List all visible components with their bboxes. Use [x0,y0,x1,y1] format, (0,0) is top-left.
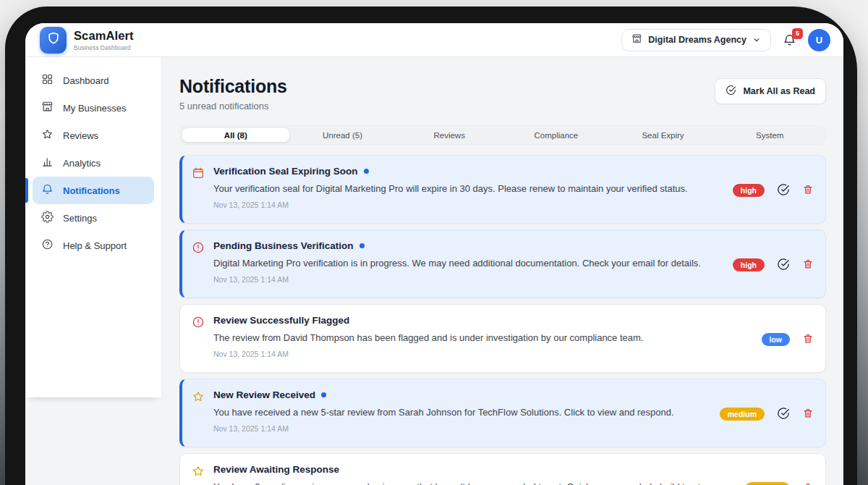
priority-badge: low [762,333,791,347]
mark-read-button[interactable] [777,258,790,273]
delete-button[interactable] [802,408,814,421]
sidebar: Dashboard My Businesses Reviews Analytic… [25,57,162,397]
sidebar-item-label: Settings [63,213,97,224]
bar-chart-icon [41,156,54,170]
star-icon [41,128,54,143]
notification-timestamp: Nov 13, 2025 1:14 AM [213,201,724,209]
star-icon [192,390,205,403]
sidebar-item-notifications[interactable]: Notifications [33,177,154,204]
check-circle-icon [726,85,736,98]
sidebar-item-label: Notifications [63,185,120,196]
business-selector[interactable]: Digital Dreams Agency [621,29,771,51]
tab-system[interactable]: System [716,128,823,142]
storefront-icon [41,101,54,115]
trash-icon [802,333,814,347]
sidebar-item-label: Analytics [63,158,101,169]
notification-description: You have 3 pending reviews on your busin… [213,481,736,485]
delete-button[interactable] [802,258,814,272]
sidebar-item-label: My Businesses [63,103,126,114]
unread-dot [321,392,326,397]
trash-icon [802,408,814,421]
check-circle-icon [777,407,790,422]
help-circle-icon [41,238,54,253]
storefront-icon [631,33,642,46]
brand-block: ScamAlert Business Dashboard [74,29,134,51]
notification-description: Digital Marketing Pro verification is in… [213,258,724,269]
page-title: Notifications [179,76,287,97]
notification-card[interactable]: Review Awaiting Response You have 3 pend… [179,453,826,485]
sidebar-item-label: Dashboard [63,75,109,86]
trash-icon [802,258,814,272]
unread-dot [364,169,369,174]
priority-badge: medium [720,408,765,421]
sidebar-item-label: Help & Support [63,240,127,251]
sidebar-item-analytics[interactable]: Analytics [33,149,154,177]
tab-seal-expiry[interactable]: Seal Expiry [610,128,717,142]
chevron-down-icon [752,35,761,44]
sidebar-item-settings[interactable]: Settings [33,204,154,232]
alert-circle-icon [192,241,205,254]
active-indicator-bar [25,178,28,203]
mark-all-read-button[interactable]: Mark All as Read [715,78,826,104]
notification-title: New Review Received [213,389,315,400]
main-content: Notifications 5 unread notifications Mar… [162,57,843,485]
notification-title: Review Awaiting Response [213,464,339,475]
delete-button[interactable] [802,482,814,485]
delete-button[interactable] [802,333,814,347]
sidebar-item-reviews[interactable]: Reviews [33,122,154,149]
app-tagline: Business Dashboard [74,44,134,51]
app-header: ScamAlert Business Dashboard Digital Dre… [25,23,843,57]
tab-compliance[interactable]: Compliance [503,128,610,142]
tab-unread[interactable]: Unread (5) [289,128,396,142]
alert-circle-icon [192,316,205,329]
delete-button[interactable] [802,184,814,198]
notification-timestamp: Nov 13, 2025 1:14 AM [213,424,711,433]
app-logo [40,27,67,54]
notification-list: Verification Seal Expiring Soon Your ver… [179,155,826,485]
priority-badge: medium [745,482,790,485]
check-circle-icon [777,258,790,273]
mark-read-button[interactable] [777,183,790,198]
mark-read-button[interactable] [777,407,790,422]
mark-all-read-label: Mark All as Read [743,86,815,96]
notification-title: Verification Seal Expiring Soon [213,166,358,177]
business-selector-label: Digital Dreams Agency [648,35,746,45]
notification-card[interactable]: New Review Received You have received a … [179,379,826,447]
gear-icon [41,211,54,225]
notification-filter-tabs: All (8) Unread (5) Reviews Compliance Se… [179,125,826,145]
notification-description: The review from David Thompson has been … [213,332,753,343]
notification-title: Review Successfully Flagged [213,315,349,326]
star-icon [192,465,205,478]
sidebar-item-dashboard[interactable]: Dashboard [33,67,154,94]
notification-card[interactable]: Pending Business Verification Digital Ma… [179,229,826,298]
notifications-bell-button[interactable]: 5 [783,33,796,47]
bell-icon [41,183,54,198]
trash-icon [802,184,814,198]
notification-description: Your verification seal for Digital Marke… [213,183,724,194]
unread-count-subtitle: 5 unread notifications [179,101,287,111]
user-avatar[interactable]: U [808,29,830,51]
priority-badge: high [733,258,765,272]
priority-badge: high [733,184,765,198]
app-window: ScamAlert Business Dashboard Digital Dre… [25,23,843,485]
notification-card[interactable]: Review Successfully Flagged The review f… [179,304,826,373]
check-circle-icon [777,183,790,198]
notification-description: You have received a new 5-star review fr… [213,407,711,418]
app-name: ScamAlert [74,29,134,43]
notification-card[interactable]: Verification Seal Expiring Soon Your ver… [179,155,826,224]
notification-timestamp: Nov 13, 2025 1:14 AM [213,275,724,284]
sidebar-item-label: Reviews [63,130,98,141]
trash-icon [802,482,814,485]
bell-badge: 5 [792,28,803,39]
sidebar-item-my-businesses[interactable]: My Businesses [33,94,154,122]
notification-title: Pending Business Verification [213,240,354,251]
tab-reviews[interactable]: Reviews [396,128,503,142]
unread-dot [359,243,365,248]
calendar-icon [192,166,205,180]
notification-timestamp: Nov 13, 2025 1:14 AM [213,350,753,358]
grid-icon [41,73,54,88]
tab-all[interactable]: All (8) [182,128,289,142]
shield-icon [46,31,61,48]
sidebar-item-help-support[interactable]: Help & Support [33,232,154,259]
